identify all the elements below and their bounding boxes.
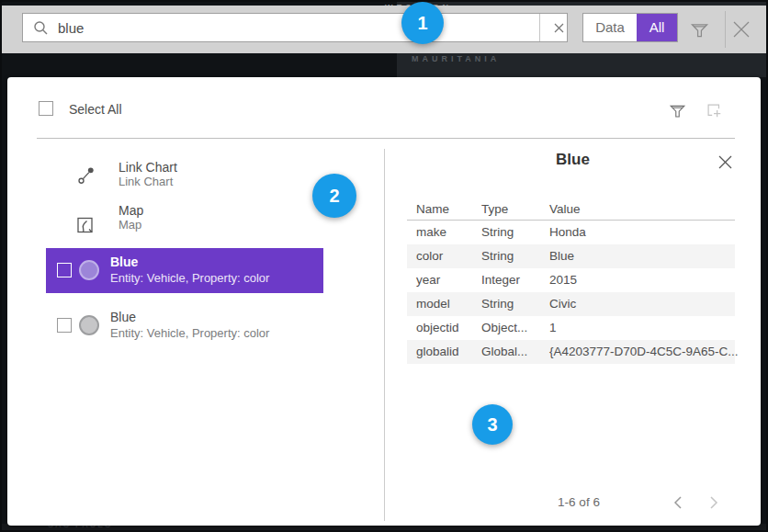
close-icon xyxy=(717,154,733,170)
cell-type: String xyxy=(481,292,514,316)
cell-type: Integer xyxy=(481,268,520,292)
result-item-map[interactable]: Map Map xyxy=(119,203,143,232)
cell-name: globalid xyxy=(416,340,459,364)
result-item-link-chart[interactable]: Link Chart Link Chart xyxy=(119,160,177,189)
result-subtitle: Map xyxy=(119,218,143,232)
search-box[interactable] xyxy=(22,13,568,42)
cell-name: model xyxy=(416,292,450,316)
result-item-blue[interactable]: Blue Entity: Vehicle, Property: color xyxy=(46,303,323,348)
table-row: globalid Global... {A4203777-D70D-4C5C-9… xyxy=(407,340,735,364)
detail-close-button[interactable] xyxy=(716,153,734,171)
data-all-toggle: Data All xyxy=(582,13,678,42)
cell-name: objectid xyxy=(416,316,459,340)
cell-type: Object... xyxy=(481,316,527,340)
chevron-right-icon xyxy=(710,496,718,509)
detail-title: Blue xyxy=(385,151,761,169)
entity-dot-icon xyxy=(79,315,99,335)
cell-value: Blue xyxy=(549,244,574,268)
result-item-blue-selected[interactable]: Blue Entity: Vehicle, Property: color xyxy=(46,248,323,293)
table-row: model String Civic xyxy=(407,292,735,316)
entity-dot-icon xyxy=(79,260,99,280)
toolbar-close-button[interactable] xyxy=(729,17,753,41)
select-all-checkbox[interactable] xyxy=(39,101,53,116)
link-chart-icon xyxy=(75,164,97,188)
add-to-selection-button[interactable] xyxy=(704,100,724,120)
next-page-button[interactable] xyxy=(705,493,723,512)
table-row: objectid Object... 1 xyxy=(407,316,735,340)
previous-page-button[interactable] xyxy=(668,493,686,512)
search-input[interactable] xyxy=(58,20,539,36)
close-icon xyxy=(731,19,751,40)
square-plus-icon xyxy=(705,101,723,119)
toggle-data-button[interactable]: Data xyxy=(583,14,637,41)
filter-funnel-icon xyxy=(690,20,709,40)
result-title: Link Chart xyxy=(119,160,177,175)
results-filter-button[interactable] xyxy=(667,100,687,120)
annotation-badge-1: 1 xyxy=(401,2,444,44)
select-all-label: Select All xyxy=(69,102,122,117)
cell-name: make xyxy=(416,221,446,244)
column-header-value: Value xyxy=(549,202,581,216)
column-header-name: Name xyxy=(416,202,449,216)
detail-pane: Blue Name Type Value make String Honda c… xyxy=(385,138,761,526)
map-icon xyxy=(75,214,97,238)
cell-value: Honda xyxy=(549,221,586,244)
result-checkbox[interactable] xyxy=(57,318,72,333)
annotation-badge-3: 3 xyxy=(472,404,513,445)
cell-type: String xyxy=(481,244,514,268)
cell-value: Civic xyxy=(549,292,576,316)
pagination-label: 1-6 of 6 xyxy=(542,495,616,509)
panel-body: Link Chart Link Chart Map Map Blue Entit… xyxy=(7,138,761,526)
map-label-mauritania: MAURITANIA xyxy=(412,54,500,63)
chevron-left-icon xyxy=(673,496,682,509)
filter-funnel-icon xyxy=(669,102,686,119)
result-title: Blue xyxy=(110,310,269,325)
search-results-panel: Select All Link Chart Link Chart xyxy=(7,77,761,526)
result-subtitle: Link Chart xyxy=(119,175,177,189)
table-row: year Integer 2015 xyxy=(407,268,735,292)
result-checkbox[interactable] xyxy=(57,263,72,277)
result-subtitle: Entity: Vehicle, Property: color xyxy=(110,270,269,286)
column-header-type: Type xyxy=(481,202,508,216)
table-row: color String Blue xyxy=(407,244,735,268)
cell-type: Global... xyxy=(481,340,527,364)
cell-value: 2015 xyxy=(549,268,577,292)
result-title: Map xyxy=(119,203,143,218)
cell-name: year xyxy=(416,268,440,292)
search-icon xyxy=(33,20,49,36)
search-toolbar: Data All xyxy=(2,6,766,53)
cell-name: color xyxy=(416,244,443,268)
annotation-badge-2: 2 xyxy=(312,174,356,218)
clear-search-button[interactable] xyxy=(539,14,567,41)
toolbar-divider xyxy=(725,11,726,48)
clear-search-icon xyxy=(554,23,564,33)
cell-type: String xyxy=(481,221,514,244)
toolbar-filter-button[interactable] xyxy=(687,17,711,41)
cell-value: 1 xyxy=(549,316,557,340)
cell-value: {A4203777-D70D-4C5C-9A65-C... xyxy=(549,340,739,364)
table-row: make String Honda xyxy=(407,221,735,244)
result-title: Blue xyxy=(110,255,269,270)
result-subtitle: Entity: Vehicle, Property: color xyxy=(110,325,269,341)
toggle-all-button[interactable]: All xyxy=(637,14,677,41)
